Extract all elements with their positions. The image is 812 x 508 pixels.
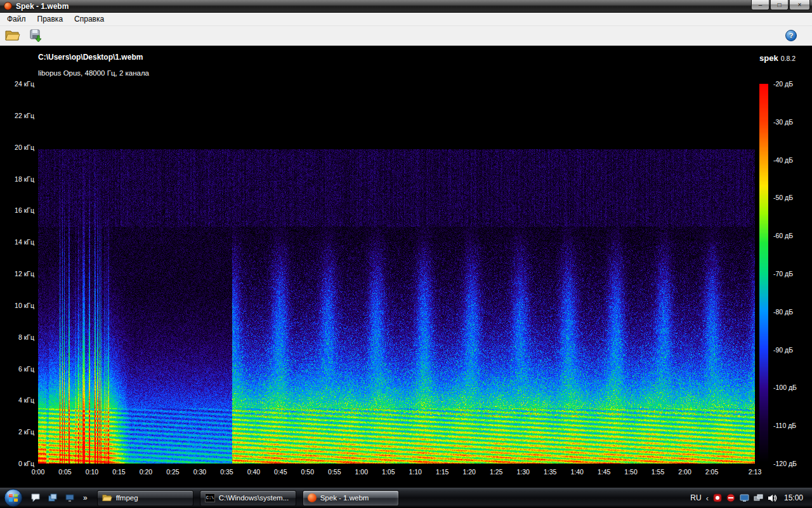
time-tick-label: 1:25 — [490, 468, 502, 476]
time-tick-label: 0:20 — [140, 468, 152, 476]
time-tick-label: 1:45 — [598, 468, 610, 476]
time-tick-label: 0:35 — [220, 468, 233, 476]
time-tick-label: 0:15 — [112, 468, 125, 476]
maximize-button[interactable]: □ — [770, 0, 789, 10]
folder-icon — [102, 493, 112, 502]
freq-tick-label: 2 кГц — [3, 428, 34, 436]
time-tick-label: 1:55 — [652, 468, 664, 476]
menu-edit[interactable]: Правка — [32, 13, 69, 25]
language-indicator[interactable]: RU — [690, 493, 701, 502]
save-icon — [29, 29, 43, 43]
quick-launch-messenger[interactable] — [29, 491, 43, 505]
freq-tick-label: 0 кГц — [3, 460, 34, 467]
db-tick-label: -20 дБ — [773, 80, 793, 88]
tray-expand-chevron[interactable]: ‹ — [706, 493, 709, 503]
db-tick-label: -100 дБ — [773, 384, 797, 391]
system-tray: RU ‹ 15:00 — [690, 493, 808, 503]
ati-tray-icon[interactable] — [713, 493, 722, 502]
time-tick-label: 0:45 — [274, 468, 287, 476]
open-folder-icon — [5, 29, 20, 42]
save-image-button[interactable] — [27, 27, 44, 44]
freq-tick-label: 24 кГц — [3, 80, 34, 88]
spectrogram-view: C:\Users\op\Desktop\1.webm libopus Opus,… — [0, 46, 812, 488]
spek-icon — [308, 493, 317, 502]
spek-app-icon — [4, 2, 12, 10]
close-button[interactable]: × — [789, 0, 810, 10]
quick-launch-show-desktop[interactable] — [63, 491, 77, 505]
time-tick-label: 0:05 — [58, 468, 71, 476]
taskbar-button-label: C:\Windows\system... — [219, 494, 289, 502]
minimize-icon: – — [759, 2, 763, 8]
db-tick-label: -80 дБ — [773, 308, 793, 316]
freq-tick-label: 10 кГц — [3, 302, 34, 309]
menu-file[interactable]: Файл — [1, 13, 32, 25]
time-tick-label: 1:50 — [624, 468, 637, 476]
db-tick-label: -120 дБ — [773, 460, 797, 467]
db-tick-label: -50 дБ — [773, 194, 793, 201]
network-tray-icon[interactable] — [754, 494, 763, 502]
app-version: spek0.8.2 — [759, 52, 796, 64]
freq-tick-label: 12 кГц — [3, 270, 34, 277]
time-tick-label: 2:00 — [678, 468, 691, 476]
time-tick-label: 0:10 — [86, 468, 98, 476]
start-button[interactable] — [4, 488, 23, 507]
desktop-icon — [65, 493, 75, 503]
db-color-scale — [759, 84, 768, 464]
db-tick-label: -30 дБ — [773, 118, 793, 126]
open-file-button[interactable] — [4, 27, 21, 44]
db-tick-label: -40 дБ — [773, 156, 793, 164]
version-number: 0.8.2 — [781, 55, 796, 62]
time-tick-label: 1:05 — [382, 468, 395, 476]
help-icon: ? — [789, 32, 794, 39]
time-tick-label: 0:25 — [166, 468, 179, 476]
speech-bubble-icon — [30, 493, 41, 503]
freq-tick-label: 22 кГц — [3, 112, 34, 119]
db-tick-label: -70 дБ — [773, 270, 793, 277]
db-tick-label: -60 дБ — [773, 232, 793, 239]
maximize-icon: □ — [777, 2, 781, 8]
db-tick-label: -90 дБ — [773, 346, 793, 354]
taskbar-button-label: ffmpeg — [116, 494, 138, 502]
time-tick-label: 1:30 — [516, 468, 529, 476]
time-tick-label: 1:40 — [570, 468, 583, 476]
time-tick-label: 0:00 — [32, 468, 44, 476]
freq-tick-label: 14 кГц — [3, 238, 34, 246]
desktop-screen: Spek - 1.webm – □ × Файл Правка Справка — [0, 0, 812, 508]
toolbar: ? — [0, 26, 812, 46]
freq-tick-label: 20 кГц — [3, 144, 34, 151]
window-title: Spek - 1.webm — [16, 2, 69, 11]
menu-help[interactable]: Справка — [69, 13, 110, 25]
menu-bar: Файл Правка Справка — [0, 13, 812, 26]
taskbar-button-ffmpeg[interactable]: ffmpeg — [97, 490, 193, 506]
time-tick-label: 1:15 — [436, 468, 449, 476]
freq-tick-label: 6 кГц — [3, 365, 34, 373]
db-tick-label: -110 дБ — [773, 422, 796, 429]
freq-tick-label: 8 кГц — [3, 333, 34, 341]
time-tick-label: 1:20 — [462, 468, 475, 476]
titlebar[interactable]: Spek - 1.webm – □ × — [0, 0, 812, 13]
freq-tick-label: 16 кГц — [3, 206, 34, 214]
freq-tick-label: 18 кГц — [3, 175, 34, 183]
taskbar-button-spek[interactable]: Spek - 1.webm — [303, 490, 399, 506]
minimize-button[interactable]: – — [751, 0, 769, 10]
quick-launch-switch-windows[interactable] — [46, 491, 60, 505]
window-controls: – □ × — [750, 0, 810, 10]
clock[interactable]: 15:00 — [784, 493, 803, 502]
time-tick-label: 0:40 — [247, 468, 260, 476]
time-tick-label: 1:35 — [544, 468, 556, 476]
time-tick-label: 0:50 — [301, 468, 314, 476]
time-tick-label: 1:00 — [355, 468, 368, 476]
time-tick-label: 0:55 — [328, 468, 341, 476]
freq-tick-label: 4 кГц — [3, 396, 34, 404]
taskbar-button-cmd[interactable]: C:\ C:\Windows\system... — [200, 490, 296, 506]
quick-launch-overflow-chevron[interactable]: » — [80, 493, 91, 502]
display-tray-icon[interactable] — [740, 494, 749, 502]
blocked-item-tray-icon[interactable] — [726, 493, 735, 502]
app-name: spek — [759, 53, 778, 63]
file-path: C:\Users\op\Desktop\1.webm — [38, 53, 143, 62]
time-tick-label: 2:05 — [705, 468, 718, 476]
stream-info: libopus Opus, 48000 Гц, 2 канала — [38, 69, 149, 77]
volume-tray-icon[interactable] — [768, 494, 777, 502]
help-button[interactable]: ? — [785, 30, 797, 41]
close-icon: × — [798, 2, 802, 8]
